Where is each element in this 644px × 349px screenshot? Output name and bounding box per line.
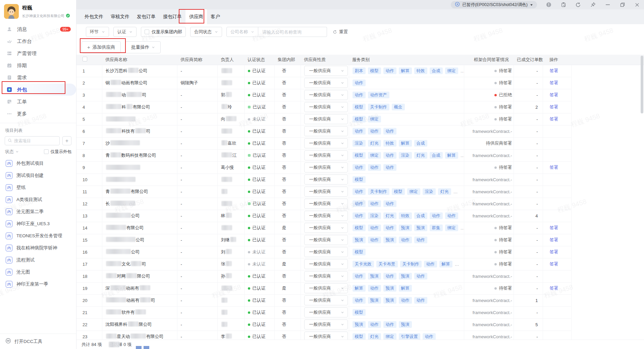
pagination-stub[interactable] bbox=[136, 346, 142, 349]
project-list-item[interactable]: 内流程测试 bbox=[0, 254, 76, 266]
supplier-nature-select[interactable]: 一般供应商 bbox=[304, 174, 348, 185]
project-search-input[interactable] bbox=[5, 136, 60, 145]
sidebar-item-更多[interactable]: 更多 bbox=[0, 108, 76, 120]
group-only-checkbox[interactable]: 仅显示集团内部 bbox=[141, 27, 186, 37]
sign-link[interactable]: 签署 bbox=[550, 261, 558, 266]
supplier-nature-select[interactable]: 一般供应商 bbox=[304, 319, 348, 330]
supplier-nature-select[interactable]: 一般供应商 bbox=[304, 259, 348, 269]
reset-button[interactable]: 重置 bbox=[333, 29, 348, 35]
service-tag: 动作 bbox=[353, 188, 366, 195]
sidebar-item-外包[interactable]: 外包 bbox=[0, 84, 76, 96]
project-name: 神印王座第一季 bbox=[16, 281, 48, 287]
supplier-nature-select[interactable]: 一般供应商 bbox=[304, 283, 348, 293]
tab-接包订单[interactable]: 接包订单 bbox=[159, 9, 185, 24]
sign-link[interactable]: 签署 bbox=[550, 104, 558, 109]
project-list-item[interactable]: 内壁纸 bbox=[0, 182, 76, 194]
supplier-nature-select[interactable]: 一般供应商 bbox=[304, 66, 348, 76]
alert-icon[interactable] bbox=[546, 2, 551, 8]
redacted-text bbox=[140, 297, 151, 302]
auth-status-icon bbox=[248, 82, 250, 84]
supplier-nature-select[interactable]: 一般供应商 bbox=[304, 126, 348, 136]
supplier-nature-select[interactable]: 一般供应商 bbox=[304, 271, 348, 281]
project-list-item[interactable]: 内沧元图第二季 bbox=[0, 206, 76, 218]
filler-cell bbox=[571, 161, 644, 173]
supplier-nature-select[interactable]: 一般供应商 bbox=[304, 150, 348, 160]
table-row: 16公司-刘未认证否一般供应商模型待签署-签署 bbox=[76, 246, 644, 258]
project-list-item[interactable]: 内测试项目创建 bbox=[0, 169, 76, 182]
project-list-item[interactable]: 内神印王座_UE5.3 bbox=[0, 218, 76, 230]
project-list-item[interactable]: 内A类项目测试 bbox=[0, 194, 76, 206]
clipboard-icon[interactable] bbox=[560, 2, 566, 8]
company-search-input[interactable] bbox=[258, 27, 327, 37]
sidebar-item-产需管理[interactable]: 产需管理 bbox=[0, 47, 76, 59]
actions-cell bbox=[543, 306, 571, 318]
supplier-nature-select[interactable]: 一般供应商 bbox=[304, 78, 348, 88]
project-list-item[interactable]: 内外包测试项目 bbox=[0, 157, 76, 169]
supplier-nature-select[interactable]: 一般供应商 bbox=[304, 247, 348, 257]
sign-link[interactable]: 签署 bbox=[550, 116, 558, 121]
project-status-filter[interactable]: 状态 bbox=[5, 149, 19, 155]
project-list-item[interactable]: 内神印王座第一季 bbox=[0, 278, 76, 290]
batch-actions-button[interactable]: 批量操作 bbox=[125, 41, 161, 53]
supplier-nature-select[interactable]: 一般供应商 bbox=[304, 187, 348, 197]
supplier-nature-select[interactable]: 一般供应商 bbox=[304, 211, 348, 221]
close-icon[interactable] bbox=[634, 2, 640, 8]
redacted-text bbox=[221, 201, 232, 206]
pin-icon[interactable] bbox=[590, 2, 596, 8]
supplier-nature-select[interactable]: 一般供应商 bbox=[304, 295, 348, 305]
tab-发包订单[interactable]: 发包订单 bbox=[133, 9, 159, 24]
checkbox-icon[interactable] bbox=[145, 30, 149, 34]
tab-客户[interactable]: 客户 bbox=[207, 9, 224, 24]
session-status-badge[interactable]: 已暂停(EP002/SC03/shot042/调色) bbox=[451, 1, 537, 8]
tab-供应商[interactable]: 供应商 bbox=[185, 9, 207, 24]
supplier-nature-select[interactable]: 一般供应商 bbox=[304, 223, 348, 233]
minimize-icon[interactable] bbox=[605, 2, 610, 8]
add-supplier-button[interactable]: + 添加供应商 bbox=[82, 41, 121, 53]
supplier-nature-select[interactable]: 一般供应商 bbox=[304, 307, 348, 317]
pagination-stub[interactable] bbox=[144, 346, 149, 349]
checkbox-icon[interactable] bbox=[44, 149, 49, 154]
tab-审核文件[interactable]: 审核文件 bbox=[107, 9, 133, 24]
sidebar-item-工作台[interactable]: 工作台 bbox=[0, 35, 76, 47]
refresh-icon[interactable] bbox=[575, 2, 581, 8]
manager-cell: 江 bbox=[217, 149, 244, 161]
sign-link[interactable]: 签署 bbox=[550, 68, 558, 73]
project-list-item[interactable]: 内沧元图 bbox=[0, 266, 76, 278]
service-category-cell: 关卡光效关卡布景关卡制作动作解算… bbox=[349, 258, 464, 270]
sign-link[interactable]: 签署 bbox=[550, 249, 558, 254]
sign-link[interactable]: 签署 bbox=[550, 92, 558, 97]
restore-icon[interactable] bbox=[620, 2, 625, 8]
stage-filter-select[interactable]: 环节 bbox=[86, 27, 109, 37]
supplier-nature-select[interactable]: 一般供应商 bbox=[304, 162, 348, 172]
sign-link[interactable]: 签署 bbox=[550, 286, 558, 291]
sidebar-item-工单[interactable]: 工单 bbox=[0, 96, 76, 108]
select-all-checkbox[interactable] bbox=[83, 57, 87, 61]
supplier-nature-select[interactable]: 一般供应商 bbox=[304, 102, 348, 112]
actions-cell: 签署 bbox=[543, 246, 571, 258]
contract-status-filter-select[interactable]: 合同状态 bbox=[190, 27, 222, 37]
sidebar-item-排期[interactable]: 排期 bbox=[0, 59, 76, 71]
tab-外包文件[interactable]: 外包文件 bbox=[81, 9, 107, 24]
supplier-nature-select[interactable]: 一般供应商 bbox=[304, 199, 348, 209]
add-project-button[interactable]: + bbox=[62, 136, 71, 145]
user-block[interactable]: 程巍 长沙神漫文化科技有限公司 bbox=[0, 0, 76, 22]
open-dcc-tools-button[interactable]: 打开DCC工具 bbox=[0, 334, 76, 349]
supplier-nature-select[interactable]: 一般供应商 bbox=[304, 235, 348, 245]
only-outsource-checkbox[interactable]: 仅显示外包 bbox=[44, 149, 72, 155]
project-list-item[interactable]: 内TEONES开发任务管理 bbox=[0, 230, 76, 242]
redacted-text bbox=[128, 68, 139, 73]
supplier-nature-select[interactable]: 一般供应商 bbox=[304, 114, 348, 124]
sidebar-item-需求[interactable]: 需求 bbox=[0, 71, 76, 84]
sidebar-item-消息[interactable]: 消息99+ bbox=[0, 23, 76, 35]
sign-link[interactable]: 签署 bbox=[550, 80, 558, 85]
cert-filter-select[interactable]: 认证 bbox=[113, 27, 137, 37]
sign-link[interactable]: 签署 bbox=[550, 165, 558, 170]
sign-link[interactable]: 签署 bbox=[550, 225, 558, 230]
company-field-select[interactable]: 公司名称 bbox=[226, 27, 258, 37]
supplier-nature-select[interactable]: 一般供应商 bbox=[304, 138, 348, 148]
sign-link[interactable]: 签署 bbox=[550, 237, 558, 242]
vertical-scrollbar[interactable] bbox=[641, 56, 643, 113]
supplier-nature-select[interactable]: 一般供应商 bbox=[304, 90, 348, 100]
service-tag: 特效 bbox=[414, 67, 427, 74]
project-list-item[interactable]: 内我在精神病院学斩神 bbox=[0, 242, 76, 254]
